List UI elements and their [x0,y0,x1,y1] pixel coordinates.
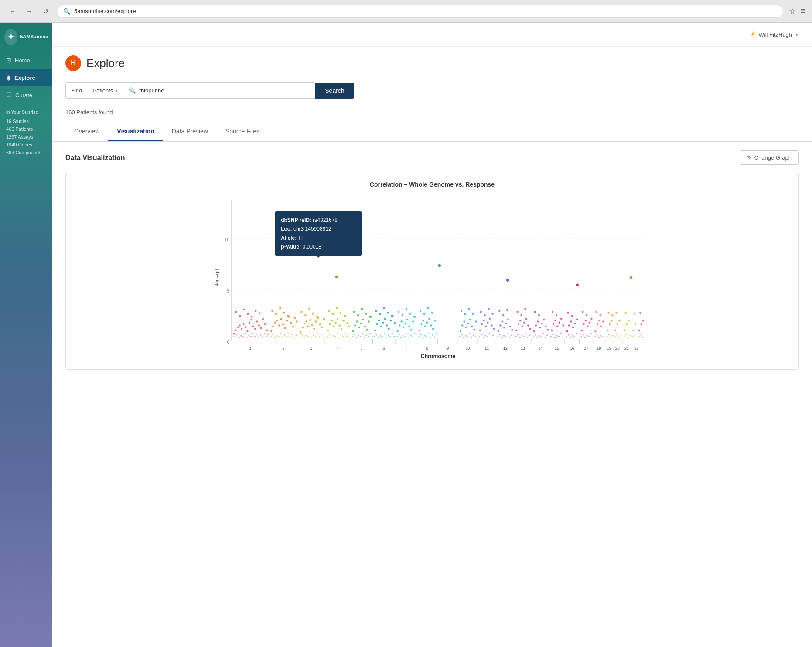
svg-point-400 [428,333,430,334]
tab-source-files[interactable]: Source Files [217,123,268,141]
svg-point-261 [568,324,570,326]
back-button[interactable]: ← [7,6,18,17]
reload-button[interactable]: ↺ [40,6,51,17]
address-input[interactable] [74,8,777,14]
svg-point-467 [598,337,600,338]
user-sun-icon: ☀ [749,30,756,39]
sidebar-item-home[interactable]: ⊡ Home [0,51,52,69]
svg-point-116 [329,323,331,325]
sidebar-stat-patients[interactable]: 466 Patients [0,125,52,133]
svg-point-141 [368,320,369,322]
svg-point-349 [323,337,324,338]
sidebar-stat-genes[interactable]: 1840 Genes [0,141,52,149]
sidebar-item-explore[interactable]: ◈ Explore [0,69,52,86]
svg-point-229 [506,279,509,282]
svg-point-72 [243,308,245,310]
svg-point-309 [242,336,244,337]
sidebar-stat-assays[interactable]: 1267 Assays [0,133,52,141]
svg-point-448 [554,337,556,338]
svg-text:5: 5 [360,346,362,351]
find-label: Find [65,82,87,99]
tabs-area: Overview Visualization Data Preview Sour… [52,123,812,142]
svg-point-243 [537,320,539,322]
chart-area: dbSNP rsID: rs4321678 Loc: chr3 14590881… [75,195,790,361]
svg-point-406 [461,334,463,335]
svg-point-290 [616,323,618,325]
svg-point-103 [313,328,315,330]
svg-point-368 [362,333,363,334]
user-menu[interactable]: ☀ Will FitzHugh ▼ [749,30,799,39]
tab-visualization[interactable]: Visualization [108,123,163,141]
svg-point-476 [618,337,619,338]
address-bar[interactable]: 🔍 [57,5,784,18]
svg-point-344 [313,334,314,336]
svg-point-387 [400,337,402,338]
svg-point-228 [506,309,508,311]
svg-point-438 [533,336,534,337]
svg-point-410 [469,333,470,334]
svg-point-389 [404,336,406,337]
svg-point-101 [309,319,311,321]
svg-point-403 [434,336,435,337]
svg-point-338 [301,334,303,335]
search-input[interactable] [139,87,310,94]
svg-point-451 [560,333,561,334]
svg-point-334 [292,334,293,335]
find-dropdown[interactable]: Patients ▾ [87,82,123,99]
svg-text:17: 17 [584,346,588,351]
svg-point-288 [611,314,613,316]
svg-point-360 [346,335,348,337]
svg-point-284 [607,329,608,331]
svg-point-65 [258,324,260,326]
svg-text:20: 20 [615,346,620,351]
menu-button[interactable]: ≡ [800,7,805,16]
search-button[interactable]: Search [315,83,354,99]
svg-point-223 [507,319,509,320]
svg-point-150 [378,320,380,321]
svg-text:0: 0 [227,340,229,344]
svg-point-264 [574,323,576,324]
svg-point-405 [459,336,461,337]
svg-point-457 [574,336,575,337]
results-info: 160 Patients found [52,107,812,123]
svg-point-270 [583,323,584,325]
sidebar-stat-compounds[interactable]: 663 Compounds [0,149,52,157]
tab-data-preview[interactable]: Data Preview [163,123,217,141]
svg-point-202 [461,310,462,312]
svg-point-376 [378,337,379,338]
svg-point-482 [632,336,634,337]
svg-point-208 [483,320,484,321]
sidebar-item-curate[interactable]: ☰ Curate [0,86,52,104]
svg-point-426 [505,336,506,337]
chart-title: Correlation – Whole Genome vs. Response [75,181,790,188]
svg-point-415 [481,334,482,335]
svg-point-134 [354,324,356,326]
svg-point-427 [507,333,508,334]
svg-point-421 [492,334,494,336]
svg-point-119 [334,322,336,324]
svg-point-428 [509,337,510,338]
svg-point-163 [391,315,392,317]
svg-point-99 [305,320,307,322]
svg-point-485 [640,334,641,335]
svg-point-159 [375,310,377,312]
svg-point-236 [527,324,529,326]
viz-header: Data Visualization ✎ Change Graph [65,150,799,165]
svg-point-244 [539,327,541,328]
bookmark-button[interactable]: ☆ [789,7,796,16]
forward-button[interactable]: → [24,6,35,17]
svg-point-316 [256,334,257,335]
svg-point-73 [247,313,249,315]
svg-point-130 [340,312,341,313]
tab-overview[interactable]: Overview [65,123,108,141]
svg-point-363 [352,336,353,337]
svg-point-190 [427,307,429,309]
svg-point-340 [305,335,307,336]
svg-text:6: 6 [383,346,385,351]
sidebar-stat-studies[interactable]: 16 Studies [0,117,52,125]
svg-point-111 [308,308,310,310]
change-graph-button[interactable]: ✎ Change Graph [740,150,799,165]
svg-point-156 [390,320,392,321]
svg-point-452 [562,337,563,338]
svg-point-442 [541,336,542,337]
